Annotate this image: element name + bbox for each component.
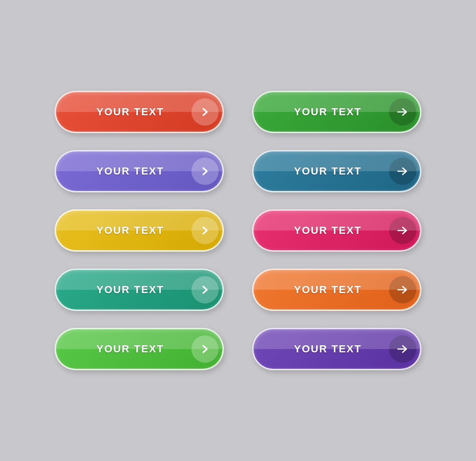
button-wrap-orange: YOUR TEXT [252, 269, 421, 311]
btn-purple[interactable]: YOUR TEXT [55, 150, 224, 192]
btn-teal[interactable]: YOUR TEXT [55, 269, 224, 311]
button-wrap-green: YOUR TEXT [252, 91, 421, 133]
button-label-green: YOUR TEXT [267, 106, 389, 118]
arrow-right-icon [389, 276, 416, 303]
button-label-violet: YOUR TEXT [267, 343, 389, 355]
button-label-red: YOUR TEXT [69, 106, 191, 118]
button-wrap-pink: YOUR TEXT [252, 209, 421, 252]
button-label-teal-dark: YOUR TEXT [267, 165, 389, 177]
arrow-right-icon [389, 217, 416, 244]
arrow-right-icon [389, 158, 416, 185]
chevron-right-icon [191, 98, 219, 126]
button-wrap-teal-dark: YOUR TEXT [252, 150, 421, 192]
button-label-lime: YOUR TEXT [69, 343, 191, 355]
button-wrap-purple: YOUR TEXT [55, 150, 224, 192]
button-label-teal: YOUR TEXT [69, 284, 191, 296]
button-wrap-yellow: YOUR TEXT [55, 209, 224, 252]
chevron-right-icon [191, 335, 219, 363]
btn-tealdark[interactable]: YOUR TEXT [252, 150, 421, 192]
btn-green[interactable]: YOUR TEXT [252, 91, 421, 133]
button-wrap-violet: YOUR TEXT [252, 328, 421, 370]
button-label-purple: YOUR TEXT [69, 165, 191, 177]
chevron-right-icon [191, 217, 219, 244]
button-wrap-red: YOUR TEXT [55, 91, 224, 133]
btn-red[interactable]: YOUR TEXT [55, 91, 224, 133]
chevron-right-icon [191, 158, 219, 185]
button-wrap-lime: YOUR TEXT [55, 328, 224, 370]
arrow-right-icon [389, 335, 416, 363]
btn-pink[interactable]: YOUR TEXT [252, 209, 421, 252]
button-label-pink: YOUR TEXT [267, 224, 389, 237]
btn-yellow[interactable]: YOUR TEXT [55, 209, 224, 252]
btn-orange[interactable]: YOUR TEXT [252, 269, 421, 311]
btn-lime[interactable]: YOUR TEXT [55, 328, 224, 370]
arrow-right-icon [389, 98, 416, 126]
button-wrap-teal: YOUR TEXT [55, 269, 224, 311]
button-grid: YOUR TEXTYOUR TEXTYOUR TEXTYOUR TEXTYOUR… [36, 72, 440, 389]
btn-violet[interactable]: YOUR TEXT [252, 328, 421, 370]
button-label-yellow: YOUR TEXT [69, 224, 191, 237]
button-label-orange: YOUR TEXT [267, 284, 389, 296]
chevron-right-icon [191, 276, 219, 303]
